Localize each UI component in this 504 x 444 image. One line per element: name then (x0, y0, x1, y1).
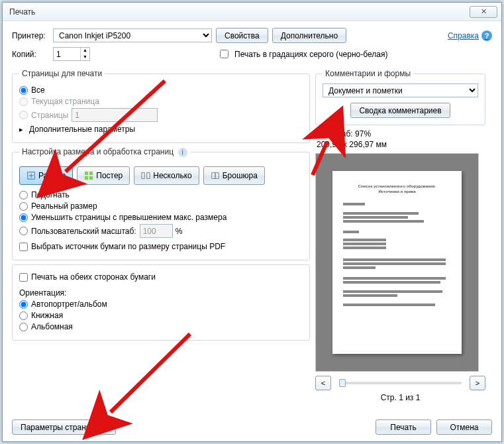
prev-page-button[interactable]: < (315, 376, 331, 390)
custom-scale-input (140, 224, 173, 238)
scale-label: Масштаб: (317, 129, 353, 139)
tab-multiple[interactable]: Несколько (134, 166, 199, 185)
grayscale-label: Печать в градациях серого (черно-белая) (234, 50, 387, 59)
pages-fieldset: Страницы для печати Все Текущая страница… (12, 69, 310, 143)
comments-select[interactable]: Документ и пометки (323, 83, 478, 97)
multiple-icon (141, 171, 150, 180)
titlebar: Печать ✕ (3, 3, 501, 21)
close-button[interactable]: ✕ (470, 6, 497, 18)
printer-label: Принтер: (12, 31, 49, 40)
page-counter: Стр. 1 из 1 (315, 393, 485, 402)
help-icon: ? (481, 30, 492, 41)
pages-input (72, 108, 158, 122)
close-icon: ✕ (481, 7, 487, 16)
printer-select[interactable]: Canon Inkjet iP5200 (53, 28, 212, 42)
preview-area: Список установленного оборудования. Исто… (315, 153, 479, 372)
next-page-button[interactable]: > (470, 376, 485, 390)
comments-fieldset: Комментарии и формы Документ и пометки С… (315, 69, 485, 125)
page-slider[interactable] (339, 382, 462, 384)
radio-auto-orient[interactable] (19, 300, 28, 309)
duplex-checkbox[interactable] (19, 273, 28, 282)
more-options-toggle[interactable]: Дополнительные параметры (29, 125, 135, 134)
svg-rect-5 (142, 173, 144, 179)
footer: Параметры страницы... Печать Отмена (12, 419, 492, 435)
radio-actual[interactable] (19, 202, 28, 211)
additional-button[interactable]: Дополнительно (272, 28, 346, 43)
window-title: Печать (7, 7, 470, 17)
radio-portrait[interactable] (19, 311, 28, 320)
radio-current (19, 97, 28, 106)
tab-booklet[interactable]: Брошюра (203, 166, 265, 185)
duplex-fieldset: Печать на обеих сторонах бумаги Ориентац… (12, 264, 310, 341)
scale-value: 97% (355, 129, 371, 139)
info-icon[interactable]: i (178, 148, 187, 157)
svg-rect-3 (85, 176, 88, 180)
grayscale-checkbox[interactable] (220, 50, 228, 58)
spin-down-icon[interactable]: ▼ (80, 54, 89, 61)
paper-source-checkbox[interactable] (19, 243, 28, 251)
radio-landscape[interactable] (19, 323, 28, 331)
sizing-legend: Настройка размера и обработка страниц i (19, 147, 190, 157)
slider-thumb[interactable] (339, 379, 346, 387)
page-setup-button[interactable]: Параметры страницы... (12, 419, 116, 435)
poster-icon (84, 171, 93, 180)
page-dimensions: 209,97 x 296,97 мм (317, 140, 485, 149)
comments-summary-button[interactable]: Сводка комментариев (350, 103, 450, 118)
radio-fit[interactable] (19, 191, 28, 199)
spin-up-icon[interactable]: ▲ (80, 48, 89, 54)
orientation-label: Ориентация: (19, 288, 303, 298)
tab-size[interactable]: Размер (19, 166, 73, 185)
radio-shrink[interactable] (19, 213, 28, 222)
svg-rect-2 (89, 172, 93, 175)
radio-custom[interactable] (19, 227, 28, 235)
svg-rect-6 (147, 173, 150, 179)
copies-label: Копий: (12, 50, 49, 59)
print-dialog: Печать ✕ Принтер: Canon Inkjet iP5200 Св… (2, 2, 502, 442)
properties-button[interactable]: Свойства (216, 28, 268, 43)
expand-icon[interactable]: ▸ (19, 125, 23, 134)
help-link[interactable]: Справка ? (448, 30, 492, 41)
preview-page: Список установленного оборудования. Исто… (332, 171, 462, 354)
sizing-fieldset: Настройка размера и обработка страниц i … (12, 147, 310, 260)
svg-rect-1 (85, 172, 88, 175)
size-icon (26, 171, 36, 180)
tab-poster[interactable]: Постер (77, 166, 130, 185)
content: Принтер: Canon Inkjet iP5200 Свойства До… (3, 21, 501, 409)
pages-legend: Страницы для печати (19, 69, 105, 78)
comments-legend: Комментарии и формы (323, 69, 413, 78)
radio-pages (19, 111, 28, 119)
copies-spinner[interactable]: ▲▼ (53, 47, 90, 61)
cancel-button[interactable]: Отмена (436, 419, 492, 435)
preview-nav: < > (315, 376, 485, 390)
booklet-icon (211, 171, 220, 180)
copies-input[interactable] (54, 48, 80, 60)
print-button[interactable]: Печать (376, 419, 431, 435)
svg-rect-4 (89, 176, 93, 180)
radio-all[interactable] (19, 86, 28, 95)
